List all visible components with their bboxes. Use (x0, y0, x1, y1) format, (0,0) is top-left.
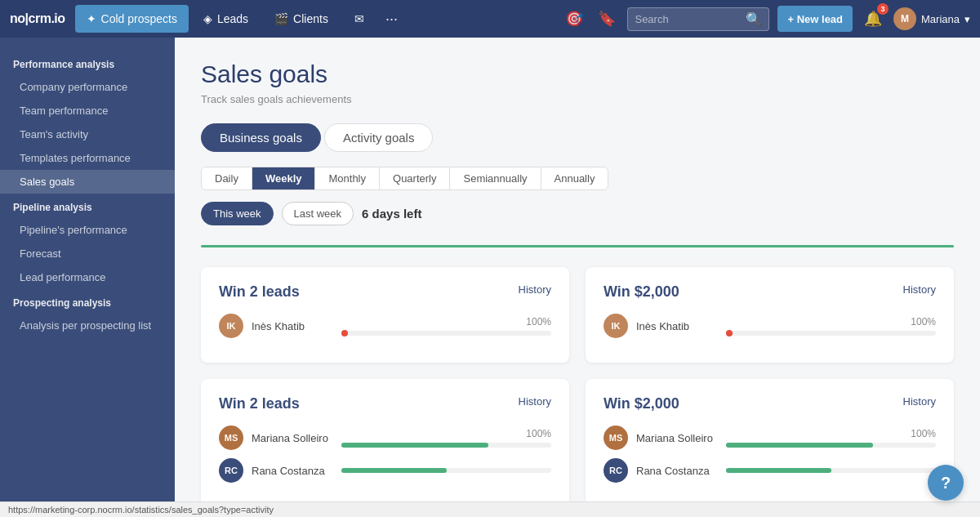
search-box[interactable]: 🔍 (627, 7, 769, 31)
nav-leads-label: Leads (217, 12, 248, 25)
person-name-ines-1: Inès Khatib (252, 320, 333, 332)
nav-cold-prospects-label: Cold prospects (101, 12, 177, 25)
period-filters: Daily Weekly Monthly Quarterly Semiannua… (201, 167, 608, 190)
nav-clients[interactable]: 🎬 Clients (263, 5, 340, 33)
goal-card-4-history[interactable]: History (903, 395, 936, 408)
avatar: M (893, 7, 916, 30)
progress-bar-mariana-3 (341, 443, 551, 448)
this-week-btn[interactable]: This week (201, 202, 274, 225)
sidebar-item-company-performance[interactable]: Company performance (0, 75, 175, 99)
person-name-mariana-3: Mariana Solleiro (252, 432, 333, 444)
progress-pct-ines-2: 100% (911, 316, 936, 328)
sidebar-item-sales-goals[interactable]: Sales goals (0, 170, 175, 194)
new-lead-button[interactable]: + New lead (777, 6, 853, 32)
goal-card-3-history[interactable]: History (519, 395, 551, 408)
goal-card-2-history[interactable]: History (903, 283, 936, 296)
avatar-rana-4: RC (604, 458, 628, 483)
progress-fill-rana-3 (341, 468, 447, 473)
goal-card-1: Win 2 leads History IK Inès Khatib 100% (201, 267, 569, 363)
days-left: 6 days left (362, 207, 421, 221)
sidebar-item-forecast[interactable]: Forecast (0, 242, 175, 265)
goal-person-rana-4: RC Rana Costanza (604, 458, 936, 483)
person-name-rana-4: Rana Costanza (636, 465, 718, 477)
nav-leads[interactable]: ◈ Leads (192, 5, 260, 33)
nav-email[interactable]: ✉ (343, 5, 376, 33)
avatar-mariana-4: MS (604, 426, 628, 450)
progress-bar-mariana-4 (726, 443, 936, 448)
sidebar: Performance analysisCompany performanceT… (0, 38, 175, 501)
avatar-ines-1: IK (219, 314, 243, 338)
goal-card-1-history[interactable]: History (519, 283, 551, 296)
goal-card-3: Win 2 leads History MS Mariana Solleiro … (201, 379, 569, 501)
nav-clients-label: Clients (293, 12, 328, 25)
sidebar-item-team-performance[interactable]: Team performance (0, 99, 175, 123)
progress-fill-rana-4 (726, 468, 831, 473)
goal-person-ines-1: IK Inès Khatib 100% (219, 314, 551, 338)
sidebar-section-title: Pipeline analysis (0, 194, 175, 218)
page-title: Sales goals (201, 60, 954, 88)
period-quarterly[interactable]: Quarterly (380, 167, 450, 189)
notification-bell[interactable]: 🔔 3 (861, 7, 885, 31)
goals-grid: Win 2 leads History IK Inès Khatib 100% (201, 267, 954, 501)
period-semiannually[interactable]: Semiannually (450, 167, 541, 189)
goal-person-rana-3: RC Rana Costanza (219, 458, 551, 483)
period-monthly[interactable]: Monthly (315, 167, 380, 189)
chevron-down-icon: ▾ (964, 13, 970, 25)
notification-badge: 3 (877, 3, 889, 15)
topnav: no|crm.io ✦ Cold prospects ◈ Leads 🎬 Cli… (0, 0, 980, 38)
period-daily[interactable]: Daily (202, 167, 252, 189)
nav-more-btn[interactable]: ··· (379, 7, 404, 31)
goal-person-ines-2: IK Inès Khatib 100% (604, 314, 936, 338)
week-selector: This week Last week 6 days left (201, 202, 954, 225)
sidebar-section-title: Performance analysis (0, 51, 175, 75)
status-url: https://marketing-corp.nocrm.io/statisti… (8, 505, 274, 515)
main-content: Sales goals Track sales goals achievemen… (175, 38, 980, 501)
goal-card-3-header: Win 2 leads History (219, 395, 551, 412)
goal-card-2-header: Win $2,000 History (604, 283, 936, 301)
goal-card-1-title: Win 2 leads (219, 283, 300, 301)
avatar-ines-2: IK (604, 314, 628, 338)
period-annually[interactable]: Annually (541, 167, 608, 189)
person-name-ines-2: Inès Khatib (636, 320, 718, 332)
sidebar-item-analysis-per-prospecting-list[interactable]: Analysis per prospecting list (0, 314, 175, 337)
goal-person-mariana-3: MS Mariana Solleiro 100% (219, 426, 551, 450)
sidebar-item-templates-performance[interactable]: Templates performance (0, 146, 175, 170)
goal-card-2: Win $2,000 History IK Inès Khatib 100% (586, 267, 954, 363)
person-name-mariana-4: Mariana Solleiro (636, 432, 718, 444)
progress-area-rana-3 (341, 468, 551, 473)
red-marker-ines-2 (726, 330, 733, 336)
goal-person-mariana-4: MS Mariana Solleiro 100% (604, 426, 936, 450)
sidebar-item-team-s-activity[interactable]: Team's activity (0, 123, 175, 146)
sidebar-item-lead-performance[interactable]: Lead performance (0, 265, 175, 289)
progress-area-mariana-3: 100% (341, 428, 551, 448)
goal-card-4-header: Win $2,000 History (604, 395, 936, 412)
user-menu[interactable]: M Mariana ▾ (893, 7, 970, 30)
search-input[interactable] (635, 13, 741, 25)
tab-business-goals[interactable]: Business goals (201, 123, 321, 152)
nav-right: 🎯 🔖 🔍 + New lead 🔔 3 M Mariana ▾ (562, 6, 970, 32)
cold-prospects-icon: ✦ (87, 12, 96, 25)
goal-card-2-title: Win $2,000 (604, 283, 679, 301)
email-icon: ✉ (354, 12, 364, 25)
main-layout: Performance analysisCompany performanceT… (0, 38, 980, 501)
green-divider (201, 245, 954, 247)
status-bar: https://marketing-corp.nocrm.io/statisti… (0, 501, 980, 517)
logo: no|crm.io (10, 11, 65, 26)
target-icon[interactable]: 🎯 (562, 7, 586, 31)
leads-icon: ◈ (203, 12, 212, 25)
avatar-rana-3: RC (219, 458, 243, 483)
avatar-mariana-3: MS (219, 426, 243, 450)
progress-bar-ines-1 (341, 331, 551, 336)
tab-activity-goals[interactable]: Activity goals (324, 123, 434, 152)
progress-fill-mariana-3 (341, 443, 488, 448)
period-weekly[interactable]: Weekly (252, 167, 316, 189)
bookmark-icon[interactable]: 🔖 (595, 7, 619, 31)
help-button[interactable]: ? (928, 465, 964, 501)
goal-card-3-title: Win 2 leads (219, 395, 300, 412)
progress-area-ines-2: 100% (726, 316, 936, 336)
goal-card-4: Win $2,000 History MS Mariana Solleiro 1… (586, 379, 954, 501)
nav-cold-prospects[interactable]: ✦ Cold prospects (75, 5, 189, 33)
red-marker-ines-1 (341, 330, 348, 336)
sidebar-item-pipeline-s-performance[interactable]: Pipeline's performance (0, 218, 175, 242)
last-week-btn[interactable]: Last week (282, 202, 354, 225)
